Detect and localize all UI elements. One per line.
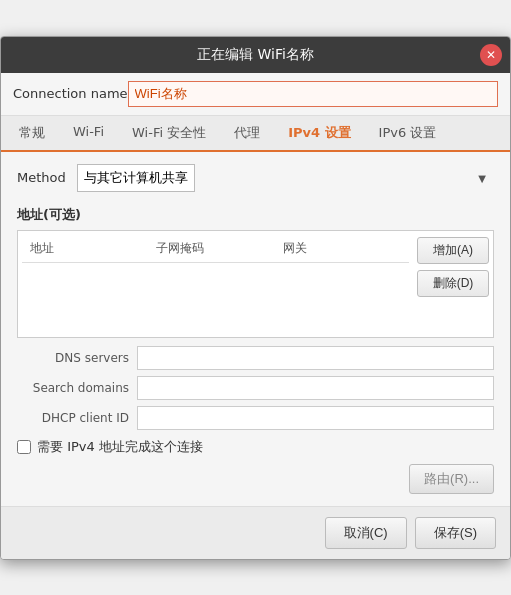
add-button[interactable]: 增加(A) xyxy=(417,237,489,264)
dns-label: DNS servers xyxy=(17,351,137,365)
search-domains-row: Search domains xyxy=(17,376,494,400)
dialog-title: 正在编辑 WiFi名称 xyxy=(1,46,510,64)
method-select-wrapper: 自动(DHCP) 仅本地链接 手动 与其它计算机共享 禁用 xyxy=(77,164,494,192)
addresses-box: 地址 子网掩码 网关 增加(A) 删除(D) xyxy=(17,230,494,338)
method-select[interactable]: 自动(DHCP) 仅本地链接 手动 与其它计算机共享 禁用 xyxy=(77,164,195,192)
tab-general[interactable]: 常规 xyxy=(5,116,59,152)
ipv4-required-label: 需要 IPv4 地址完成这个连接 xyxy=(37,438,203,456)
titlebar: 正在编辑 WiFi名称 ✕ xyxy=(1,37,510,73)
dhcp-client-id-input[interactable] xyxy=(137,406,494,430)
tab-wifi-security[interactable]: Wi-Fi 安全性 xyxy=(118,116,220,152)
ipv4-required-checkbox[interactable] xyxy=(17,440,31,454)
search-domains-input[interactable] xyxy=(137,376,494,400)
col-address: 地址 xyxy=(26,238,152,259)
col-netmask: 子网掩码 xyxy=(152,238,278,259)
dns-input[interactable] xyxy=(137,346,494,370)
cancel-button[interactable]: 取消(C) xyxy=(325,517,407,549)
dns-row: DNS servers xyxy=(17,346,494,370)
ipv4-content: Method 自动(DHCP) 仅本地链接 手动 与其它计算机共享 禁用 地址(… xyxy=(1,152,510,506)
tab-ipv4[interactable]: IPv4 设置 xyxy=(274,116,364,152)
addresses-section-title: 地址(可选) xyxy=(17,206,494,224)
connection-name-label: Connection name xyxy=(13,86,128,101)
tab-wifi[interactable]: Wi-Fi xyxy=(59,116,118,152)
dhcp-client-id-row: DHCP client ID xyxy=(17,406,494,430)
addresses-body xyxy=(22,263,409,333)
delete-button[interactable]: 删除(D) xyxy=(417,270,489,297)
search-domains-label: Search domains xyxy=(17,381,137,395)
connection-name-input[interactable] xyxy=(128,81,498,107)
ipv4-required-row: 需要 IPv4 地址完成这个连接 xyxy=(17,438,494,456)
dialog: 正在编辑 WiFi名称 ✕ Connection name 常规 Wi-Fi W… xyxy=(0,36,511,560)
method-label: Method xyxy=(17,170,77,185)
method-row: Method 自动(DHCP) 仅本地链接 手动 与其它计算机共享 禁用 xyxy=(17,164,494,192)
route-row: 路由(R)... xyxy=(17,464,494,494)
addresses-table: 地址 子网掩码 网关 xyxy=(18,231,413,337)
dhcp-client-id-label: DHCP client ID xyxy=(17,411,137,425)
connection-name-row: Connection name xyxy=(1,73,510,116)
tab-proxy[interactable]: 代理 xyxy=(220,116,274,152)
addr-buttons: 增加(A) 删除(D) xyxy=(413,231,493,337)
save-button[interactable]: 保存(S) xyxy=(415,517,496,549)
col-gateway: 网关 xyxy=(279,238,405,259)
route-button[interactable]: 路由(R)... xyxy=(409,464,494,494)
addresses-header: 地址 子网掩码 网关 xyxy=(22,235,409,263)
close-button[interactable]: ✕ xyxy=(480,44,502,66)
tabs-bar: 常规 Wi-Fi Wi-Fi 安全性 代理 IPv4 设置 IPv6 设置 xyxy=(1,116,510,152)
tab-ipv6[interactable]: IPv6 设置 xyxy=(365,116,451,152)
bottom-bar: 取消(C) 保存(S) xyxy=(1,506,510,559)
